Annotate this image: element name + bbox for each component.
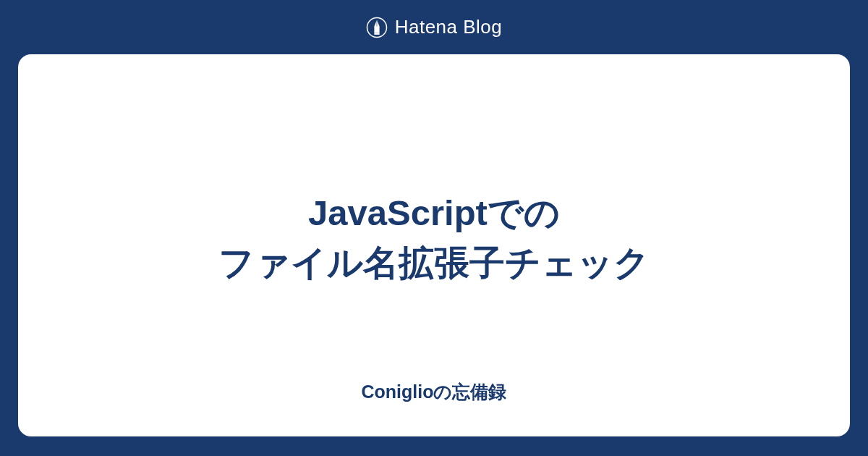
title-line-2: ファイル名拡張子チェック: [218, 243, 650, 282]
logo-text: Hatena Blog: [395, 16, 503, 38]
blog-name: Coniglioの忘備録: [362, 380, 507, 404]
svg-rect-1: [374, 33, 379, 34]
title-line-1: JavaScriptでの: [308, 193, 560, 232]
hatena-pen-icon: [366, 17, 388, 38]
header-logo: Hatena Blog: [366, 0, 503, 54]
content-card: JavaScriptでの ファイル名拡張子チェック Coniglioの忘備録: [18, 54, 850, 436]
article-title: JavaScriptでの ファイル名拡張子チェック: [218, 188, 650, 287]
